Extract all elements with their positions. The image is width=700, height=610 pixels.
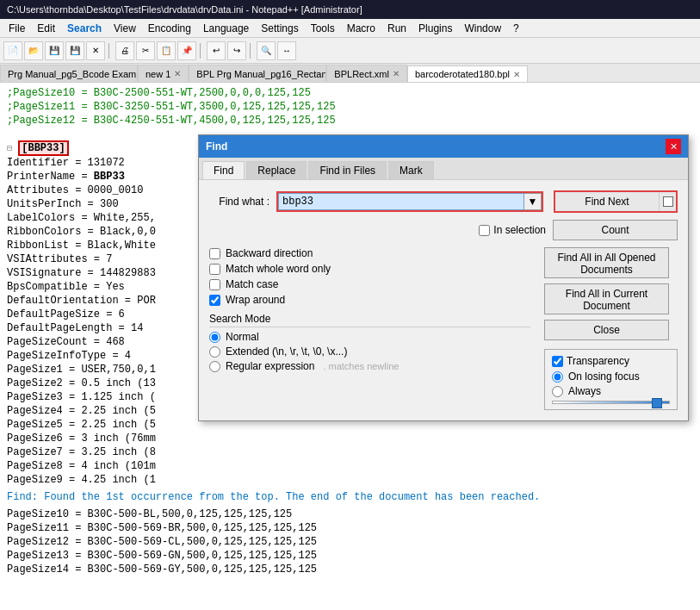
find-right-column: Find All in All Opened Documents Find Al… (544, 247, 678, 410)
menu-plugins[interactable]: Plugins (413, 21, 457, 36)
main-content: ;PageSize10 = B30C-2500-551-WT,2500,0,0,… (0, 83, 700, 610)
menu-window[interactable]: Window (459, 21, 506, 36)
sep3 (250, 43, 253, 59)
menu-run[interactable]: Run (382, 21, 412, 36)
line-31: PageSize11 = B30C-500-569-BR,500,0,125,1… (7, 521, 693, 535)
match-whole-word-checkbox[interactable] (209, 264, 220, 275)
tab-label-1: new 1 (146, 69, 170, 79)
close-button[interactable]: Close (544, 320, 669, 340)
open-btn[interactable]: 📂 (24, 41, 43, 60)
menu-help[interactable]: ? (508, 21, 524, 36)
line-34: PageSize14 = B30C-500-569-GY,500,0,125,1… (7, 563, 693, 576)
find-what-row: Find what : ▼ Find Next (209, 190, 678, 213)
find-all-current-button[interactable]: Find All in Current Document (544, 283, 669, 314)
title-text: C:\Users\thornbda\Desktop\TestFiles\drvd… (7, 4, 362, 15)
always-radio[interactable] (552, 386, 563, 397)
find-btn[interactable]: 🔍 (257, 41, 276, 60)
on-losing-focus-label: On losing focus (568, 370, 640, 383)
find-tab-replace[interactable]: Replace (246, 161, 307, 179)
tab-close-3[interactable]: ✕ (393, 69, 400, 78)
print-btn[interactable]: 🖨 (115, 41, 134, 60)
tab-close-4[interactable]: ✕ (513, 70, 520, 79)
find-dialog-body: Find what : ▼ Find Next In s (199, 180, 688, 420)
find-dialog: Find ✕ Find Replace Find in Files Mark F… (198, 134, 689, 421)
menu-encoding[interactable]: Encoding (143, 21, 196, 36)
search-mode-title: Search Mode (209, 313, 530, 327)
menu-tools[interactable]: Tools (306, 21, 340, 36)
match-whole-word-row: Match whole word only (209, 263, 530, 275)
undo-btn[interactable]: ↩ (207, 41, 226, 60)
redo-btn[interactable]: ↪ (227, 41, 246, 60)
find-next-button[interactable]: Find Next (555, 192, 659, 211)
find-tab-find[interactable]: Find (202, 161, 245, 179)
find-next-wrap: Find Next (554, 190, 678, 213)
save-btn[interactable]: 💾 (45, 41, 64, 60)
line-26: PageSize6 = 3 inch (76mm (7, 432, 693, 445)
status-message-line: Find: Found the 1st occurrence from the … (7, 487, 693, 507)
search-normal-radio[interactable] (209, 332, 220, 343)
match-case-row: Match case (209, 278, 530, 290)
close-btn[interactable]: ✕ (86, 41, 105, 60)
menu-view[interactable]: View (108, 21, 141, 36)
match-case-checkbox[interactable] (209, 279, 220, 290)
wrap-around-row: Wrap around (209, 294, 530, 306)
tab-0[interactable]: Prg Manual_pg5_Bcode Example.xml ✕ (0, 65, 138, 82)
match-whole-word-label: Match whole word only (226, 263, 331, 275)
menu-settings[interactable]: Settings (256, 21, 303, 36)
wrap-around-checkbox[interactable] (209, 295, 220, 306)
paste-btn[interactable]: 📌 (177, 41, 196, 60)
tab-2[interactable]: BPL Prg Manual_pg16_Rectangle Example (2… (189, 65, 326, 82)
search-normal-label: Normal (226, 331, 259, 343)
sep1 (108, 43, 112, 59)
tab-4[interactable]: barcoderotated180.bpl ✕ (407, 65, 528, 83)
match-case-label: Match case (226, 278, 278, 290)
find-dropdown-arrow[interactable]: ▼ (524, 193, 542, 210)
find-tab-mark[interactable]: Mark (388, 161, 434, 179)
search-regex-label: Regular expression (226, 360, 314, 372)
transparency-checkbox[interactable] (552, 356, 563, 367)
section-bracket: [BBP33] (18, 140, 68, 156)
copy-btn[interactable]: 📋 (157, 41, 176, 60)
save-all-btn[interactable]: 💾 (65, 41, 84, 60)
tab-label-3: BPLRect.xml (334, 69, 389, 79)
find-dialog-close-button[interactable]: ✕ (666, 139, 681, 154)
find-input-wrap: ▼ (276, 191, 543, 212)
wrap-around-label: Wrap around (226, 294, 285, 306)
tab-close-1[interactable]: ✕ (174, 69, 181, 78)
on-losing-focus-radio[interactable] (552, 371, 563, 383)
in-selection-check: In selection (479, 224, 546, 236)
matches-newline-label: . matches newline (323, 361, 399, 371)
line-27: PageSize7 = 3.25 inch (8 (7, 445, 693, 459)
find-next-checkbox[interactable] (659, 192, 676, 211)
new-btn[interactable]: 📄 (3, 41, 22, 60)
find-all-opened-button[interactable]: Find All in All Opened Documents (544, 247, 669, 278)
toolbar: 📄 📂 💾 💾 ✕ 🖨 ✂ 📋 📌 ↩ ↪ 🔍 ↔ (0, 38, 700, 64)
title-bar: C:\Users\thornbda\Desktop\TestFiles\drvd… (0, 0, 700, 19)
count-button[interactable]: Count (553, 220, 678, 240)
menu-bar: File Edit Search View Encoding Language … (0, 19, 700, 38)
find-tab-bar: Find Replace Find in Files Mark (199, 158, 688, 180)
transparency-box: Transparency On losing focus Always (544, 349, 678, 410)
slider-thumb[interactable] (652, 398, 662, 408)
search-extended-radio[interactable] (209, 346, 220, 358)
cut-btn[interactable]: ✂ (136, 41, 155, 60)
always-label: Always (568, 385, 601, 397)
menu-file[interactable]: File (3, 21, 30, 36)
transparency-label: Transparency (567, 355, 629, 367)
find-what-label: Find what : (209, 196, 269, 208)
search-regex-radio[interactable] (209, 361, 220, 372)
fold-icon[interactable]: ⊟ (7, 144, 12, 153)
status-message-text: Find: Found the 1st occurrence from the … (7, 491, 540, 503)
find-tab-find-in-files[interactable]: Find in Files (308, 161, 387, 179)
menu-macro[interactable]: Macro (342, 21, 381, 36)
menu-search[interactable]: Search (62, 21, 107, 36)
find-next-check-box (663, 196, 673, 207)
tab-1[interactable]: new 1 ✕ (138, 65, 189, 82)
menu-language[interactable]: Language (198, 21, 254, 36)
in-selection-checkbox[interactable] (479, 225, 490, 236)
menu-edit[interactable]: Edit (32, 21, 60, 36)
replace-btn[interactable]: ↔ (277, 41, 296, 60)
tab-3[interactable]: BPLRect.xml ✕ (326, 65, 407, 82)
find-what-input[interactable] (278, 193, 524, 210)
backward-direction-checkbox[interactable] (209, 248, 220, 259)
